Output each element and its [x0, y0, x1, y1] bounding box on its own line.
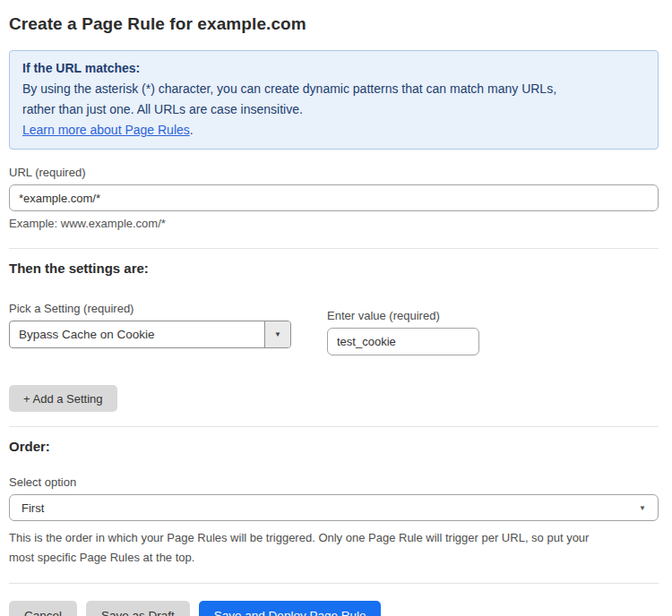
order-select[interactable]: First ▼ [9, 494, 659, 521]
url-label: URL (required) [9, 166, 659, 179]
page-title: Create a Page Rule for example.com [9, 14, 659, 34]
add-setting-button[interactable]: + Add a Setting [9, 385, 117, 412]
setting-value-input[interactable] [327, 328, 479, 355]
learn-more-link[interactable]: Learn more about Page Rules [22, 123, 190, 137]
setting-column: Pick a Setting (required) Bypass Cache o… [9, 286, 291, 355]
link-suffix: . [190, 123, 194, 137]
order-description-line2: most specific Page Rules at the top. [9, 548, 659, 568]
divider [9, 426, 659, 427]
order-description: This is the order in which your Page Rul… [9, 528, 659, 568]
info-box-title: If the URL matches: [22, 58, 645, 79]
url-example-hint: Example: www.example.com/* [9, 217, 659, 230]
settings-row: Pick a Setting (required) Bypass Cache o… [9, 286, 659, 355]
select-option-label: Select option [9, 475, 659, 489]
save-deploy-button[interactable]: Save and Deploy Page Rule [199, 601, 382, 616]
chevron-down-icon: ▼ [639, 504, 646, 512]
value-column: Enter value (required) [327, 286, 479, 355]
divider [9, 248, 659, 249]
info-box-body-line2: rather than just one. All URLs are case … [22, 99, 645, 120]
url-input[interactable] [9, 184, 659, 211]
enter-value-label: Enter value (required) [327, 309, 479, 322]
url-match-info-box: If the URL matches: By using the asteris… [9, 50, 659, 150]
create-page-rule-form: Create a Page Rule for example.com If th… [0, 0, 672, 616]
chevron-down-icon[interactable]: ▼ [264, 321, 290, 347]
order-section-heading: Order: [9, 439, 659, 454]
save-draft-button[interactable]: Save as Draft [86, 601, 190, 616]
settings-section-heading: Then the settings are: [9, 261, 659, 276]
pick-setting-label: Pick a Setting (required) [9, 302, 291, 315]
setting-select[interactable]: Bypass Cache on Cookie ▼ [9, 321, 291, 348]
order-description-line1: This is the order in which your Page Rul… [9, 528, 659, 548]
order-select-value: First [22, 501, 44, 515]
setting-select-value: Bypass Cache on Cookie [10, 328, 155, 341]
action-buttons: Cancel Save as Draft Save and Deploy Pag… [9, 601, 659, 616]
cancel-button[interactable]: Cancel [9, 601, 77, 616]
info-box-link-line: Learn more about Page Rules. [22, 120, 645, 141]
info-box-body-line1: By using the asterisk (*) character, you… [22, 79, 645, 99]
divider [9, 583, 659, 584]
